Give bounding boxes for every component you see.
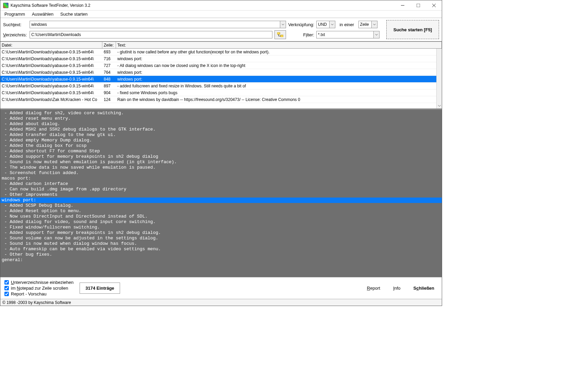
check-report[interactable]: Report - Vorschau [4, 291, 73, 296]
filter-dropdown[interactable] [373, 31, 380, 38]
entry-count: 3174 Einträge [80, 283, 120, 294]
results-table: Datei: Zeile: Text: C:\Users\Martin\Down… [0, 41, 442, 109]
label-verzeichnis: Verzeichnis: [3, 32, 28, 37]
preview-line: - Added MSH2 and SSH2 debug dialogs to t… [2, 127, 155, 132]
title-bar: Kayschima Software TextFinder, Version 3… [0, 0, 442, 11]
directory-input[interactable] [30, 31, 272, 38]
preview-line: - Added SCSP Debug Dialog. [2, 203, 73, 208]
table-row[interactable]: C:\Users\Martin\Downloads\yabause-0.9.15… [0, 83, 442, 89]
svg-rect-5 [281, 35, 283, 37]
preview-line: - Added about dialog. [2, 121, 60, 126]
preview-line: - Added carbon interface [2, 181, 68, 186]
svg-rect-1 [417, 4, 420, 7]
col-text[interactable]: Text: [116, 42, 442, 48]
preview-line: - Auto frameskip can be be enabled via v… [2, 246, 161, 252]
app-icon [3, 3, 9, 8]
preview-line: - Added empty Memory Dump dialog. [2, 138, 92, 143]
table-row[interactable]: C:\Users\Martin\Downloads\Zak McKracken … [0, 96, 442, 103]
preview-line: - Added the dialog box for scsp [2, 143, 87, 148]
svg-rect-4 [277, 32, 280, 34]
menu-auswaehlen[interactable]: Auswählen [29, 11, 56, 17]
browse-folder-button[interactable] [274, 30, 286, 39]
check-subdirs[interactable]: Unterverzeichnisse einbeziehen [4, 280, 73, 285]
table-row[interactable]: C:\Users\Martin\Downloads\yabause-0.9.15… [0, 55, 442, 62]
preview-line: - The window data is now saved while emu… [2, 165, 155, 170]
preview-line: - Other improvements [2, 192, 57, 197]
label-verknuepfung: Verknüpfung: [288, 22, 314, 27]
report-button[interactable]: Report [364, 284, 384, 292]
results-scrollbar[interactable] [436, 49, 442, 108]
search-text-input[interactable] [30, 21, 280, 28]
search-text-dropdown[interactable] [280, 21, 286, 28]
status-text: © 1998 -2003 by Kayschima Software [2, 300, 71, 305]
table-row[interactable]: C:\Users\Martin\Downloads\yabause-0.9.15… [0, 49, 442, 55]
status-bar: © 1998 -2003 by Kayschima Software [0, 299, 442, 306]
preview-line: - Sound is now muted when dialog window … [2, 241, 137, 246]
preview-line: macos port: [2, 176, 31, 181]
menu-bar: Programm Auswählen Suche starten [0, 11, 442, 18]
preview-line: - Fixed window/fullscreen switching. [2, 225, 100, 230]
scope-combo-dropdown[interactable] [371, 21, 377, 28]
preview-line: - Now uses DirectInput and DirectSound i… [2, 214, 148, 219]
folder-tree-icon [277, 32, 283, 37]
preview-line: - Added Reset option to menu. [2, 208, 81, 214]
preview-line: - Added dialog for video, sound and inpu… [2, 219, 155, 224]
close-button[interactable] [426, 0, 442, 10]
check-notepad[interactable]: im Notepad zur Zeile scrollen [4, 286, 73, 291]
preview-pane: - Added dialog for sh2, video core switc… [0, 109, 442, 277]
col-datei[interactable]: Datei: [0, 42, 102, 48]
check-subdirs-label: nterverzeichnisse einbeziehen [14, 280, 73, 285]
preview-line: - Can now build .dmg image from .app dir… [2, 187, 127, 192]
maximize-button[interactable] [410, 0, 426, 10]
label-filter: Filter: [288, 32, 314, 37]
table-row[interactable]: C:\Users\Martin\Downloads\yabause-0.9.15… [0, 76, 442, 83]
check-report-label: Report - Vorschau [11, 291, 47, 296]
check-notepad-label: otepad zur Zeile scrollen [20, 286, 68, 291]
preview-line: - Screenshot function added. [2, 170, 79, 175]
preview-line: - Sound is now muted when emulation is p… [2, 159, 177, 165]
preview-line: - Other bug fixes. [2, 252, 52, 257]
preview-line: - Added dialog for sh2, video core switc… [2, 110, 124, 116]
info-button[interactable]: Info [390, 284, 404, 292]
minimize-button[interactable] [395, 0, 410, 10]
preview-line: - Sound volume can now be adjusted in th… [2, 236, 158, 241]
logic-combo[interactable] [316, 21, 329, 28]
label-ineiner: in einer [339, 22, 356, 27]
menu-programm[interactable]: Programm [2, 11, 28, 17]
preview-line: - Added support for memory breakpoints i… [2, 230, 161, 235]
scope-combo[interactable] [358, 21, 371, 28]
table-row[interactable]: C:\Users\Martin\Downloads\yabause-0.9.15… [0, 89, 442, 96]
table-row[interactable]: C:\Users\Martin\Downloads\yabause-0.9.15… [0, 62, 442, 69]
preview-line: - Added shortcut F7 for command Step [2, 149, 100, 154]
preview-line: windows port: [0, 198, 442, 203]
window-title: Kayschima Software TextFinder, Version 3… [11, 3, 395, 8]
table-header: Datei: Zeile: Text: [0, 42, 442, 49]
preview-line: general: [2, 257, 23, 262]
preview-line: - Added reset menu entry. [2, 116, 71, 121]
label-suchtext: Suchtext: [3, 22, 28, 27]
preview-line: - Added support for memory breakpoints i… [2, 154, 158, 159]
close-app-button[interactable]: Schließen [410, 284, 438, 292]
filter-input[interactable] [316, 31, 373, 38]
logic-combo-dropdown[interactable] [329, 21, 335, 28]
table-row[interactable]: C:\Users\Martin\Downloads\yabause-0.9.15… [0, 69, 442, 76]
start-search-button[interactable]: Suche starten [F5] [386, 20, 439, 39]
preview-line: - Added transfer dialog to the new gtk u… [2, 132, 116, 137]
col-zeile[interactable]: Zeile: [102, 42, 116, 48]
menu-suche-starten[interactable]: Suche starten [57, 11, 90, 17]
scroll-down-icon[interactable] [437, 103, 442, 108]
